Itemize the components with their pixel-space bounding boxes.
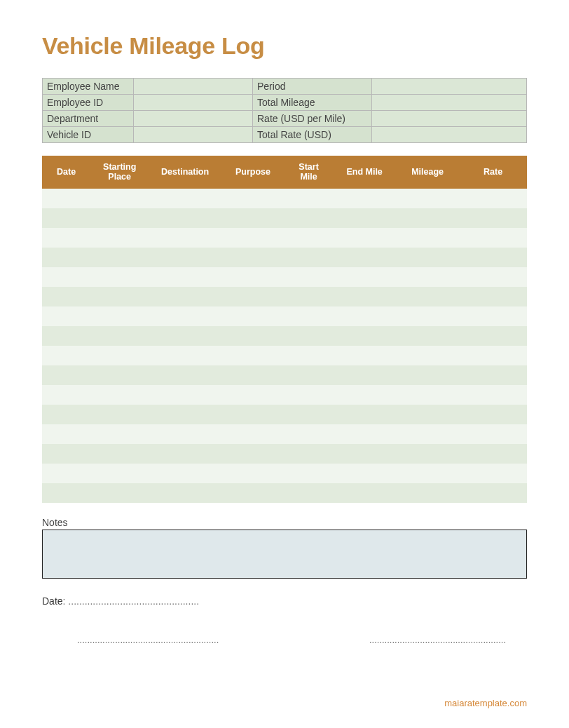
table-cell[interactable] [284, 346, 333, 365]
table-cell[interactable] [149, 424, 221, 444]
table-cell[interactable] [396, 346, 459, 365]
table-cell[interactable] [90, 267, 149, 287]
table-cell[interactable] [42, 208, 90, 228]
notes-box[interactable] [42, 530, 527, 579]
table-cell[interactable] [90, 248, 149, 267]
table-cell[interactable] [90, 444, 149, 464]
table-cell[interactable] [42, 326, 90, 346]
table-cell[interactable] [149, 208, 221, 228]
table-cell[interactable] [221, 267, 284, 287]
table-cell[interactable] [221, 306, 284, 326]
table-cell[interactable] [333, 346, 396, 365]
table-cell[interactable] [396, 385, 459, 405]
table-cell[interactable] [221, 444, 284, 464]
table-cell[interactable] [333, 287, 396, 306]
table-cell[interactable] [221, 189, 284, 208]
table-cell[interactable] [42, 267, 90, 287]
info-value[interactable] [134, 95, 253, 111]
table-cell[interactable] [284, 405, 333, 424]
table-cell[interactable] [459, 287, 527, 306]
table-cell[interactable] [221, 248, 284, 267]
table-cell[interactable] [284, 444, 333, 464]
table-cell[interactable] [149, 464, 221, 483]
table-cell[interactable] [459, 189, 527, 208]
table-cell[interactable] [221, 287, 284, 306]
table-cell[interactable] [149, 189, 221, 208]
table-cell[interactable] [42, 444, 90, 464]
table-cell[interactable] [90, 483, 149, 503]
table-cell[interactable] [90, 464, 149, 483]
table-cell[interactable] [42, 483, 90, 503]
table-cell[interactable] [284, 483, 333, 503]
table-cell[interactable] [90, 306, 149, 326]
table-cell[interactable] [90, 208, 149, 228]
table-cell[interactable] [396, 208, 459, 228]
table-cell[interactable] [284, 365, 333, 385]
table-cell[interactable] [221, 365, 284, 385]
table-cell[interactable] [90, 326, 149, 346]
info-value[interactable] [134, 79, 253, 95]
table-cell[interactable] [396, 405, 459, 424]
table-cell[interactable] [90, 189, 149, 208]
table-cell[interactable] [221, 346, 284, 365]
table-cell[interactable] [149, 248, 221, 267]
table-cell[interactable] [396, 483, 459, 503]
table-cell[interactable] [221, 208, 284, 228]
table-cell[interactable] [333, 326, 396, 346]
table-cell[interactable] [459, 424, 527, 444]
table-cell[interactable] [221, 424, 284, 444]
table-cell[interactable] [149, 326, 221, 346]
table-cell[interactable] [90, 385, 149, 405]
table-cell[interactable] [90, 365, 149, 385]
table-cell[interactable] [459, 444, 527, 464]
table-cell[interactable] [90, 424, 149, 444]
table-cell[interactable] [333, 228, 396, 248]
info-value[interactable] [372, 95, 527, 111]
table-cell[interactable] [90, 405, 149, 424]
info-value[interactable] [372, 79, 527, 95]
table-cell[interactable] [333, 483, 396, 503]
table-cell[interactable] [42, 306, 90, 326]
table-cell[interactable] [333, 267, 396, 287]
table-cell[interactable] [396, 228, 459, 248]
table-cell[interactable] [284, 267, 333, 287]
table-cell[interactable] [396, 306, 459, 326]
table-cell[interactable] [42, 228, 90, 248]
table-cell[interactable] [284, 326, 333, 346]
table-cell[interactable] [459, 365, 527, 385]
table-cell[interactable] [42, 365, 90, 385]
table-cell[interactable] [284, 424, 333, 444]
table-cell[interactable] [396, 189, 459, 208]
table-cell[interactable] [284, 248, 333, 267]
table-cell[interactable] [284, 287, 333, 306]
table-cell[interactable] [90, 228, 149, 248]
table-cell[interactable] [396, 248, 459, 267]
table-cell[interactable] [459, 346, 527, 365]
table-cell[interactable] [284, 306, 333, 326]
table-cell[interactable] [333, 385, 396, 405]
table-cell[interactable] [90, 346, 149, 365]
table-cell[interactable] [149, 365, 221, 385]
table-cell[interactable] [42, 405, 90, 424]
table-cell[interactable] [149, 287, 221, 306]
table-cell[interactable] [396, 267, 459, 287]
table-cell[interactable] [333, 405, 396, 424]
table-cell[interactable] [284, 208, 333, 228]
table-cell[interactable] [42, 464, 90, 483]
table-cell[interactable] [333, 424, 396, 444]
table-cell[interactable] [221, 326, 284, 346]
table-cell[interactable] [396, 287, 459, 306]
table-cell[interactable] [284, 228, 333, 248]
info-value[interactable] [372, 127, 527, 143]
table-cell[interactable] [149, 306, 221, 326]
table-cell[interactable] [42, 248, 90, 267]
info-value[interactable] [134, 127, 253, 143]
table-cell[interactable] [396, 464, 459, 483]
table-cell[interactable] [333, 464, 396, 483]
table-cell[interactable] [221, 228, 284, 248]
table-cell[interactable] [149, 444, 221, 464]
table-cell[interactable] [149, 228, 221, 248]
table-cell[interactable] [459, 385, 527, 405]
table-cell[interactable] [149, 405, 221, 424]
table-cell[interactable] [396, 326, 459, 346]
